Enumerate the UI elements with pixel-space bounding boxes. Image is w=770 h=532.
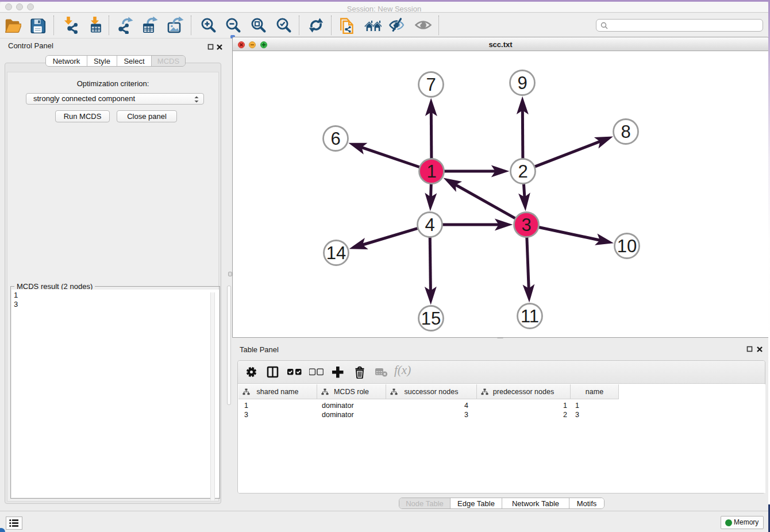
svg-text:7: 7 [426,75,436,95]
svg-text:9: 9 [517,73,527,93]
svg-text:15: 15 [421,309,441,329]
svg-text:1: 1 [426,161,436,182]
svg-text:2: 2 [518,161,528,182]
svg-text:3: 3 [521,215,531,235]
svg-text:6: 6 [330,129,340,149]
svg-text:4: 4 [425,215,434,235]
svg-text:10: 10 [617,236,637,256]
svg-text:8: 8 [621,122,630,142]
svg-text:11: 11 [521,306,539,326]
svg-text:14: 14 [326,243,346,263]
